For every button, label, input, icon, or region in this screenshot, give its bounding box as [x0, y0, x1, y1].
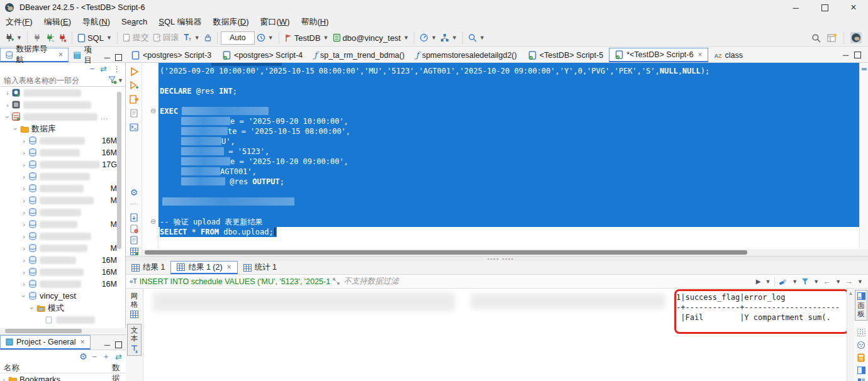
collapse-icon[interactable]: − — [92, 352, 97, 362]
connect-icon[interactable] — [31, 30, 43, 45]
menu-item[interactable]: 帮助(H) — [295, 15, 334, 29]
tree-item-folder[interactable]: ›数据库 — [0, 123, 126, 135]
tree-item-database[interactable]: ›17G — [0, 158, 126, 170]
view-menu-icon[interactable]: ⋮ — [113, 64, 121, 74]
expand-icon[interactable]: ＋ — [102, 351, 110, 362]
new-connection-button[interactable]: ▼ — [3, 30, 24, 45]
script-file-icon[interactable] — [129, 108, 139, 118]
database-selector[interactable]: dbo@vincy_test▼ — [331, 30, 411, 45]
sql-editor-button[interactable]: SQL▼ — [75, 30, 114, 45]
menu-item[interactable]: 导航(N) — [77, 15, 116, 29]
cluster-button[interactable]: ▼ — [438, 30, 459, 45]
tree-item-database-open[interactable]: ›vincy_test — [0, 290, 126, 302]
quick-search-icon[interactable] — [811, 33, 821, 43]
open-perspective-icon[interactable] — [827, 33, 837, 43]
column-name-header[interactable]: 名称 — [4, 363, 19, 373]
maximize-view-icon[interactable] — [115, 341, 122, 348]
editor-tab[interactable]: <TestDB> Script-5 — [523, 48, 609, 62]
tree-item-database[interactable]: ›16M — [0, 135, 126, 146]
table-filter-input[interactable] — [3, 75, 108, 86]
minimize-icon[interactable]: ─ — [781, 0, 810, 15]
minimize-view-icon[interactable]: ─ — [104, 53, 110, 62]
tree-item-database[interactable]: ›M — [0, 242, 126, 254]
chevron-right-icon[interactable]: › — [20, 221, 28, 228]
chevron-right-icon[interactable]: › — [20, 197, 28, 204]
performance-monitor-button[interactable]: ▼ — [418, 30, 438, 45]
tree-item-database[interactable]: ›16M — [0, 146, 126, 158]
tree-horizontal-scrollbar[interactable] — [0, 328, 126, 334]
chevron-down-icon[interactable]: › — [4, 113, 11, 121]
clear-filter-dropdown-icon[interactable]: ▼ — [792, 279, 798, 285]
settings-gear-icon[interactable]: ⚙ — [79, 352, 87, 361]
chevron-right-icon[interactable]: › — [4, 89, 11, 97]
editor-tab[interactable]: <postgres> Script-3 — [126, 48, 217, 62]
results-tab[interactable]: 统计 1 — [238, 261, 282, 274]
tree-vertical-scrollbar[interactable] — [117, 92, 121, 249]
editor-tab[interactable]: AZclass — [708, 48, 748, 62]
editor-tab[interactable]: ƒspmemstoresaledetailgd2() — [410, 48, 523, 62]
calc-grid-icon[interactable] — [856, 328, 866, 338]
nav-back-dropdown-icon[interactable]: ▼ — [835, 279, 841, 285]
tree-item-database[interactable]: ›M — [0, 194, 126, 206]
apply-filter-icon[interactable]: ▶ — [756, 278, 761, 285]
menu-item[interactable]: 窗口(W) — [255, 15, 296, 29]
chevron-down-icon[interactable]: › — [12, 125, 19, 133]
tree-item-database[interactable]: ›16M — [0, 278, 126, 290]
link-editor-icon[interactable]: ⇄ — [100, 64, 107, 74]
minimize-view-icon[interactable]: ─ — [843, 50, 849, 60]
fold-collapse-icon[interactable]: ⊖ — [150, 218, 156, 225]
chevron-right-icon[interactable]: › — [20, 268, 28, 276]
nav-forward-dropdown-icon[interactable]: ▼ — [857, 279, 863, 285]
chevron-down-icon[interactable]: › — [20, 292, 28, 300]
menu-item[interactable]: 编辑(E) — [38, 15, 77, 29]
results-vertical-scrollbar[interactable]: ▲ — [847, 289, 854, 381]
close-tab-icon[interactable]: × — [698, 50, 702, 59]
chevron-right-icon[interactable]: › — [20, 173, 28, 180]
rollback-button[interactable]: 回滚 — [151, 30, 181, 45]
maximize-view-icon[interactable] — [854, 52, 861, 58]
expand-query-icon[interactable] — [333, 278, 340, 285]
aggregate-panel-icon[interactable] — [856, 340, 866, 350]
chevron-right-icon[interactable]: › — [20, 161, 28, 168]
nav-forward-icon[interactable]: → — [845, 277, 853, 286]
scroll-up-icon[interactable]: ▲ — [849, 290, 854, 381]
script-export-icon[interactable] — [129, 235, 139, 245]
result-text-output[interactable]: 1|success_flag|error_log -+------------+… — [143, 289, 847, 381]
save-to-file-icon[interactable] — [129, 213, 139, 223]
results-tab[interactable]: 结果 1 — [126, 261, 170, 274]
editor-tab[interactable]: ƒsp_ta_rm_trend_bdma() — [308, 48, 410, 62]
chevron-right-icon[interactable]: › — [20, 245, 28, 252]
apply-filter-dropdown-icon[interactable]: ▼ — [765, 279, 771, 285]
nav-back-icon[interactable]: ← — [823, 277, 831, 286]
presentation-text-tab[interactable]: 文本 — [127, 324, 142, 356]
close-tab-icon[interactable]: × — [80, 338, 84, 346]
filter-dropdown-icon[interactable]: ▼ — [813, 279, 819, 285]
tree-item-schema-folder[interactable]: ›模式 — [0, 302, 126, 314]
filter-funnel-icon[interactable] — [108, 76, 117, 84]
tree-item-database[interactable]: ›16M — [0, 266, 126, 278]
commit-button[interactable]: 提交 — [121, 30, 151, 45]
link-icon[interactable]: ⇄ — [115, 352, 122, 362]
tree-item-database[interactable]: › — [0, 170, 126, 182]
connection-selector[interactable]: TestDB▼ — [282, 30, 331, 45]
calculator-panel-icon[interactable] — [856, 353, 866, 363]
tree-item-database[interactable]: ›M — [0, 182, 126, 194]
editor-settings-gear-icon[interactable]: ⚙ — [129, 187, 139, 197]
overview-ruler[interactable] — [859, 63, 868, 249]
tree-item-database[interactable]: ›M — [0, 218, 126, 230]
chevron-right-icon[interactable]: › — [20, 257, 28, 264]
sql-console-icon[interactable] — [129, 122, 139, 132]
chevron-right-icon[interactable]: › — [20, 185, 28, 192]
maximize-icon[interactable] — [810, 0, 839, 15]
tree-item-conn-sqlserver[interactable]: ›… — [0, 111, 126, 123]
bookmarks-item[interactable]: › Bookmarks — [0, 373, 126, 381]
close-tab-icon[interactable]: × — [227, 263, 231, 272]
tab-database-navigator[interactable]: 数据库导航 × — [0, 48, 69, 62]
more-options-icon[interactable]: ···· — [129, 199, 139, 209]
panels-tab[interactable]: 面板 — [855, 290, 867, 321]
menu-item[interactable]: SQL 编辑器 — [153, 15, 207, 29]
filter-funnel-icon[interactable] — [801, 278, 809, 285]
editor-results-splitter[interactable]: •••• •••• — [126, 256, 868, 261]
code-area[interactable]: ('2025-09-20 10:00:00','2025-10-15 08:00… — [159, 63, 859, 249]
metadata-panel-icon[interactable] — [856, 377, 866, 381]
